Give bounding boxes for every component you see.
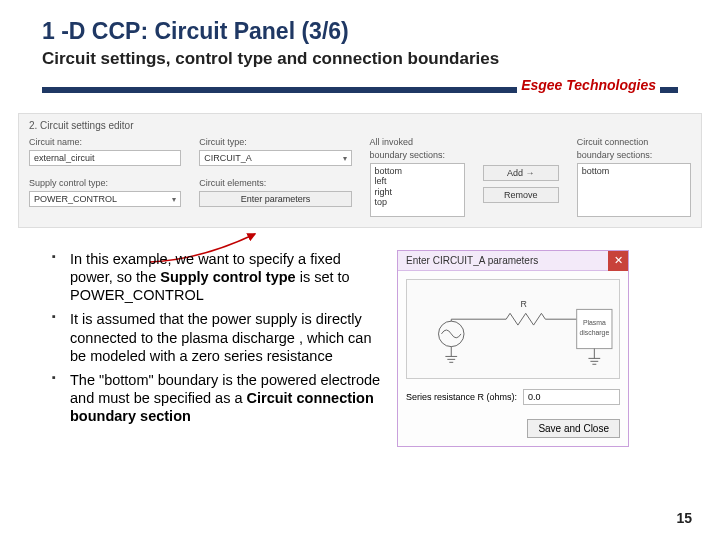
save-and-close-button[interactable]: Save and Close	[527, 419, 620, 438]
circuit-type-dropdown[interactable]: CIRCUIT_A ▾	[199, 150, 351, 166]
add-button[interactable]: Add →	[483, 165, 559, 181]
chevron-down-icon: ▾	[172, 195, 176, 204]
circuit-type-value: CIRCUIT_A	[204, 153, 252, 163]
list-item[interactable]: left	[375, 176, 460, 186]
invoked-boundary-list[interactable]: bottom left right top	[370, 163, 465, 217]
series-resistance-label: Series resistance R (ohms):	[406, 392, 517, 402]
svg-text:Plasma: Plasma	[583, 319, 606, 326]
list-item[interactable]: bottom	[375, 166, 460, 176]
circuit-schematic: R Plasma discharge	[406, 279, 620, 379]
editor-heading: 2. Circuit settings editor	[29, 120, 691, 131]
close-button[interactable]: ✕	[608, 251, 628, 271]
circuit-type-label: Circuit type:	[199, 137, 351, 147]
svg-text:discharge: discharge	[579, 329, 609, 337]
page-number: 15	[676, 510, 692, 526]
supply-control-value: POWER_CONTROL	[34, 194, 117, 204]
bullet-list: In this example, we want to specify a fi…	[52, 250, 387, 447]
title-rule: Esgee Technologies	[0, 81, 720, 99]
invoked-label-line2: boundary sections:	[370, 150, 465, 160]
parameters-dialog: Enter CIRCUIT_A parameters ✕ R	[397, 250, 629, 447]
bullet-item: In this example, we want to specify a fi…	[52, 250, 387, 304]
bullet-item: The "bottom" boundary is the powered ele…	[52, 371, 387, 425]
circuit-name-input[interactable]: external_circuit	[29, 150, 181, 166]
chevron-down-icon: ▾	[343, 154, 347, 163]
remove-button[interactable]: Remove	[483, 187, 559, 203]
dialog-title: Enter CIRCUIT_A parameters	[406, 255, 538, 266]
dialog-titlebar: Enter CIRCUIT_A parameters ✕	[398, 251, 628, 271]
supply-control-dropdown[interactable]: POWER_CONTROL ▾	[29, 191, 181, 207]
connection-boundary-list[interactable]: bottom	[577, 163, 691, 217]
brand-label: Esgee Technologies	[517, 77, 660, 93]
resistor-label: R	[521, 299, 527, 309]
enter-parameters-button[interactable]: Enter parameters	[199, 191, 351, 207]
supply-control-label: Supply control type:	[29, 178, 181, 188]
list-item[interactable]: right	[375, 187, 460, 197]
list-item[interactable]: bottom	[582, 166, 686, 176]
conn-label-line2: boundary sections:	[577, 150, 691, 160]
slide-subtitle: Circuit settings, control type and conne…	[0, 49, 720, 77]
invoked-label-line1: All invoked	[370, 137, 465, 147]
conn-label-line1: Circuit connection	[577, 137, 691, 147]
circuit-elements-label: Circuit elements:	[199, 178, 351, 188]
list-item[interactable]: top	[375, 197, 460, 207]
slide-title: 1 -D CCP: Circuit Panel (3/6)	[0, 0, 720, 49]
circuit-settings-editor: 2. Circuit settings editor Circuit name:…	[18, 113, 702, 228]
series-resistance-input[interactable]: 0.0	[523, 389, 620, 405]
circuit-name-label: Circuit name:	[29, 137, 181, 147]
bullet-item: It is assumed that the power supply is d…	[52, 310, 387, 364]
